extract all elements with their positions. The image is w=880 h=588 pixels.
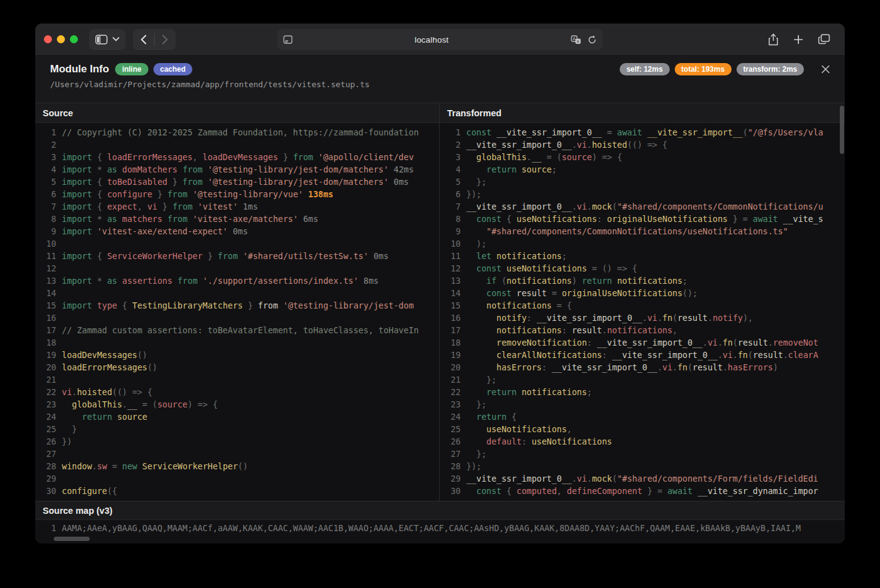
timing-total: total: 193ms [675,63,732,75]
code-panels: Source 1// Copyright (C) 2012-2025 Zamma… [35,103,845,501]
reload-icon[interactable] [587,35,597,45]
timing-badges: self: 12mstotal: 193mstransform: 2ms [620,63,804,75]
code-line: 13import * as assertions from './support… [40,275,439,287]
code-line: 17 notifications: result.notifications, [445,324,845,336]
code-line: 19 clearAllNotifications: __vite_ssr_imp… [445,349,845,361]
vertical-scrollbar[interactable] [840,106,844,154]
code-line: 29__vite_ssr_import_0__.vi.mock("#shared… [445,472,845,485]
minimize-window-button[interactable] [57,35,65,43]
code-line: 11 let notifications; [445,250,845,262]
code-line: 8 const { useNotifications: originalUseN… [445,213,845,225]
code-line: 28}); [445,460,845,472]
zoom-window-button[interactable] [70,35,78,43]
code-line: 12 const useNotifications = () => { [445,262,845,275]
timing-transform: transform: 2ms [737,63,804,75]
code-line: 30 const { computed, defineComponent } =… [445,485,845,497]
badge-inline: inline [115,63,148,75]
toolbar-right-group [768,33,836,46]
browser-toolbar: localhost A x [35,23,845,56]
code-line: 22vi.hoisted(() => { [40,386,439,398]
code-line: 24 return { [445,411,845,423]
code-line: 27 }; [445,448,845,460]
code-line: 3import { loadErrorMessages, loadDevMess… [40,151,439,163]
code-line: 21 [40,373,439,386]
code-line: 13 if (notifications) return notificatio… [445,275,845,287]
code-line: 16 notify: __vite_ssr_import_0__.vi.fn(r… [445,312,845,324]
code-line: 23 }; [445,398,845,411]
code-line: 1const __vite_ssr_import_0__ = await __v… [445,126,845,138]
code-line: 5import { toBeDisabled } from '@testing-… [40,176,439,188]
address-bar[interactable]: localhost A x [277,29,603,50]
translate-icon[interactable]: A x [571,35,581,45]
code-line: 29 [40,472,439,485]
code-line: 14 const result = originalUseNotificatio… [445,287,845,299]
code-line: 19loadDevMessages() [40,349,439,361]
code-line: 25 useNotifications, [445,423,845,435]
code-line: 8import * as matchers from 'vitest-axe/m… [40,213,439,225]
sourcemap-code: 1AAMA;AAeA,yBAAG,QAAQ,MAAM;AACf,aAAW,KAA… [35,520,845,543]
code-line: 30configure({ [40,485,439,497]
share-icon[interactable] [768,33,779,46]
code-line: 3 globalThis.__ = (source) => { [445,151,845,163]
code-line: 7__vite_ssr_import_0__.vi.mock("#shared/… [445,200,845,213]
transformed-panel: Transformed 1const __vite_ssr_import_0__… [439,103,845,501]
reader-icon[interactable] [283,35,293,44]
close-icon[interactable] [821,65,830,74]
source-panel: Source 1// Copyright (C) 2012-2025 Zamma… [35,103,439,501]
code-line: 23 globalThis.__ = (source) => { [40,398,439,411]
code-line: 2 [40,138,439,151]
sourcemap-section: Source map (v3) 1AAMA;AAeA,yBAAG,QAAQ,MA… [35,501,845,543]
close-window-button[interactable] [44,35,52,43]
code-line: 6}); [445,188,845,200]
forward-button[interactable] [162,35,168,45]
horizontal-scrollbar[interactable] [54,537,90,541]
module-file-path: /Users/vladimir/Projects/zammad/app/fron… [50,80,830,89]
source-code: 1// Copyright (C) 2012-2025 Zammad Found… [35,123,439,501]
svg-text:x: x [577,39,579,44]
code-line: 20loadErrorMessages() [40,361,439,373]
code-line: 20 hasErrors: __vite_ssr_import_0__.vi.f… [445,361,845,373]
code-line: 1// Copyright (C) 2012-2025 Zammad Found… [40,126,439,138]
code-line: 17// Zammad custom assertions: toBeAvata… [40,324,439,336]
browser-window: localhost A x [35,23,845,543]
code-line: 9 "#shared/components/CommonNotification… [445,225,845,237]
badge-cached: cached [153,63,192,75]
code-line: 22 return notifications; [445,386,845,398]
code-line: 26 default: useNotifications [445,435,845,448]
tab-overview-icon[interactable] [818,34,830,45]
transformed-code: 1const __vite_ssr_import_0__ = await __v… [440,123,845,501]
sidebar-icon[interactable] [95,35,108,45]
code-line: 24 return source [40,411,439,423]
traffic-lights [44,35,78,43]
transformed-panel-title: Transformed [447,108,502,118]
module-badges: inlinecached [115,63,192,75]
module-info-header: Module Info inlinecached self: 12mstotal… [35,56,845,103]
code-line: 27 [40,448,439,460]
transformed-panel-header: Transformed [440,103,845,123]
code-line: 15 notifications = { [445,299,845,312]
code-line: 5 }; [445,176,845,188]
code-line: 18 removeNotification: __vite_ssr_import… [445,336,845,349]
code-line: 11import { ServiceWorkerHelper } from '#… [40,250,439,262]
code-line: 10 [40,237,439,250]
code-line: 18 [40,336,439,349]
nav-buttons-group [133,29,176,50]
sidebar-toggle-group [89,29,126,50]
code-line: 21 }; [445,373,845,386]
back-button[interactable] [140,35,147,45]
url-text[interactable]: localhost [293,35,571,45]
code-line: 7import { expect, vi } from 'vitest' 1ms [40,200,439,213]
nav-separator [154,33,155,46]
code-line: 4import * as domMatchers from '@testing-… [40,163,439,176]
svg-text:A: A [573,36,576,41]
code-line: 4 return source; [445,163,845,176]
code-line: 12 [40,262,439,275]
new-tab-icon[interactable] [793,35,803,45]
source-panel-header: Source [35,103,439,123]
chevron-down-icon[interactable] [113,37,119,41]
code-line: 2__vite_ssr_import_0__.vi.hoisted(() => … [445,138,845,151]
code-line: 25 } [40,423,439,435]
code-line: 28window.sw = new ServiceWorkerHelper() [40,460,439,472]
code-line: 9import 'vitest-axe/extend-expect' 0ms [40,225,439,237]
sourcemap-title: Source map (v3) [43,506,113,516]
